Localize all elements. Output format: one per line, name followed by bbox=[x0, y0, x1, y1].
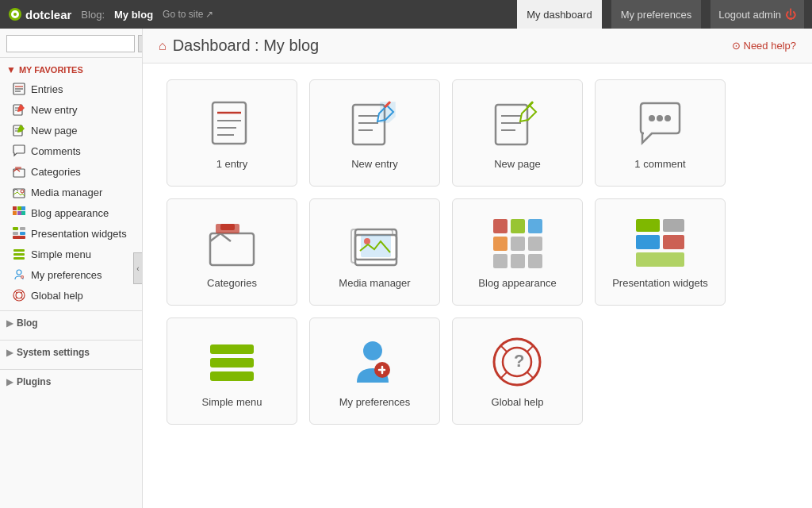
svg-point-58 bbox=[665, 115, 671, 121]
home-icon: ⌂ bbox=[159, 39, 167, 53]
tile-icon-new-page bbox=[490, 96, 546, 152]
svg-rect-20 bbox=[13, 211, 17, 215]
tile-new-entry[interactable]: New entry bbox=[309, 79, 440, 187]
power-icon: ⏻ bbox=[785, 8, 796, 21]
main-content: ⌂ Dashboard : My blog ⊙ Need help? bbox=[143, 29, 812, 508]
svg-rect-19 bbox=[21, 206, 25, 210]
svg-rect-70 bbox=[493, 237, 508, 251]
blog-name: My blog bbox=[114, 9, 153, 21]
tile-label: Simple menu bbox=[202, 396, 262, 408]
svg-rect-21 bbox=[17, 211, 21, 215]
sidebar-item-blog-appearance[interactable]: Blog appearance bbox=[0, 202, 142, 223]
tile-media-manager[interactable]: Media manager bbox=[309, 198, 440, 306]
tile-widgets[interactable]: Presentation widgets bbox=[595, 198, 726, 306]
my-preferences-button[interactable]: My preferences bbox=[611, 0, 702, 29]
logout-button[interactable]: Logout admin ⏻ bbox=[710, 0, 804, 29]
tile-label: Media manager bbox=[339, 277, 410, 289]
sidebar-item-new-page[interactable]: New page bbox=[0, 120, 142, 140]
sidebar-item-global-help[interactable]: Global help bbox=[0, 285, 142, 306]
tile-label: Blog appearance bbox=[478, 277, 556, 289]
tile-blog-appearance[interactable]: Blog appearance bbox=[452, 198, 583, 306]
svg-rect-29 bbox=[13, 253, 25, 256]
sidebar-item-label: New page bbox=[31, 125, 78, 137]
tile-icon-global-help: ? bbox=[490, 334, 546, 390]
sidebar-collapse-button[interactable]: ‹ bbox=[133, 252, 143, 284]
sidebar-item-label: New entry bbox=[31, 104, 78, 116]
widgets-icon bbox=[13, 227, 25, 240]
new-page-icon bbox=[13, 124, 25, 137]
sidebar-section-plugins: ▶ Plugins bbox=[0, 369, 142, 394]
tile-global-help[interactable]: ? Global help bbox=[452, 318, 583, 425]
svg-rect-75 bbox=[528, 254, 542, 268]
svg-point-56 bbox=[649, 115, 655, 121]
menu-icon bbox=[13, 248, 25, 260]
tile-label: 1 comment bbox=[634, 158, 685, 170]
my-dashboard-button[interactable]: My dashboard bbox=[517, 0, 601, 29]
svg-rect-27 bbox=[13, 236, 25, 239]
dashboard-row-2: Categories bbox=[167, 198, 788, 306]
sidebar-section-blog: ▶ Blog bbox=[0, 310, 142, 335]
sidebar-item-comments[interactable]: Comments bbox=[0, 140, 142, 161]
blog-section-header[interactable]: ▶ Blog bbox=[0, 311, 142, 335]
tile-entries[interactable]: 1 entry bbox=[167, 79, 297, 187]
dashboard-grid: 1 entry N bbox=[143, 64, 812, 452]
tile-my-preferences[interactable]: My preferences bbox=[309, 318, 440, 425]
entries-icon bbox=[13, 83, 25, 95]
sidebar-item-label: Presentation widgets bbox=[31, 228, 127, 240]
page-title: Dashboard : My blog bbox=[173, 37, 320, 55]
tile-label: New page bbox=[494, 158, 541, 170]
top-navigation: dotclear Blog: My blog Go to site ↗ My d… bbox=[0, 0, 812, 29]
comments-icon bbox=[13, 144, 25, 157]
system-section-header[interactable]: ▶ System settings bbox=[0, 341, 142, 364]
tile-label: New entry bbox=[351, 158, 398, 170]
svg-rect-72 bbox=[528, 237, 542, 251]
tile-icon-entries bbox=[205, 96, 260, 152]
tile-categories[interactable]: Categories bbox=[167, 198, 297, 306]
tile-new-page[interactable]: New page bbox=[452, 79, 583, 187]
sidebar-section-system: ▶ System settings bbox=[0, 340, 142, 364]
expand-icon: ▶ bbox=[6, 318, 13, 329]
main-layout: Ok ▼ My favorites Entries bbox=[0, 29, 812, 508]
need-help-link[interactable]: ⊙ Need help? bbox=[732, 40, 797, 52]
svg-point-31 bbox=[17, 270, 21, 275]
svg-rect-23 bbox=[13, 227, 18, 230]
sidebar-item-simple-menu[interactable]: Simple menu bbox=[0, 244, 142, 264]
sidebar-item-label: Global help bbox=[31, 290, 83, 302]
sidebar-item-label: Entries bbox=[31, 83, 63, 95]
tile-label: My preferences bbox=[339, 396, 411, 408]
tile-icon-simple-menu bbox=[205, 334, 260, 390]
sidebar-item-entries[interactable]: Entries bbox=[0, 79, 142, 99]
tile-label: 1 entry bbox=[216, 158, 248, 170]
tile-icon-categories bbox=[205, 215, 260, 271]
svg-rect-22 bbox=[21, 211, 25, 215]
svg-rect-67 bbox=[493, 219, 508, 233]
sidebar-item-label: Simple menu bbox=[31, 248, 91, 260]
plugins-section-header[interactable]: ▶ Plugins bbox=[0, 370, 142, 394]
sidebar-item-widgets[interactable]: Presentation widgets bbox=[0, 223, 142, 244]
search-input[interactable] bbox=[6, 35, 135, 52]
search-button[interactable]: Ok bbox=[138, 35, 143, 52]
help-circle-icon: ⊙ bbox=[732, 40, 741, 52]
preferences-icon bbox=[13, 268, 25, 281]
sidebar-item-my-preferences[interactable]: My preferences bbox=[0, 264, 142, 285]
svg-rect-68 bbox=[511, 219, 525, 233]
tile-icon-media bbox=[347, 215, 403, 271]
svg-rect-79 bbox=[663, 235, 684, 249]
logo-text: dotclear bbox=[25, 8, 71, 21]
svg-rect-61 bbox=[220, 224, 235, 230]
tile-simple-menu[interactable]: Simple menu bbox=[167, 318, 297, 425]
sidebar-item-media-manager[interactable]: Media manager bbox=[0, 182, 142, 202]
go-to-site-link[interactable]: Go to site ↗ bbox=[163, 9, 213, 20]
svg-point-16 bbox=[21, 190, 24, 193]
logo: dotclear bbox=[8, 7, 71, 21]
sidebar-item-label: Comments bbox=[31, 145, 81, 157]
sidebar-item-categories[interactable]: Categories bbox=[0, 161, 142, 182]
svg-rect-77 bbox=[663, 219, 684, 232]
categories-icon bbox=[13, 165, 25, 178]
tile-comments[interactable]: 1 comment bbox=[595, 79, 726, 187]
help-icon bbox=[13, 289, 25, 302]
svg-text:?: ? bbox=[514, 351, 524, 371]
sidebar-item-new-entry[interactable]: New entry bbox=[0, 99, 142, 120]
svg-rect-78 bbox=[636, 235, 660, 249]
svg-rect-26 bbox=[20, 232, 25, 235]
